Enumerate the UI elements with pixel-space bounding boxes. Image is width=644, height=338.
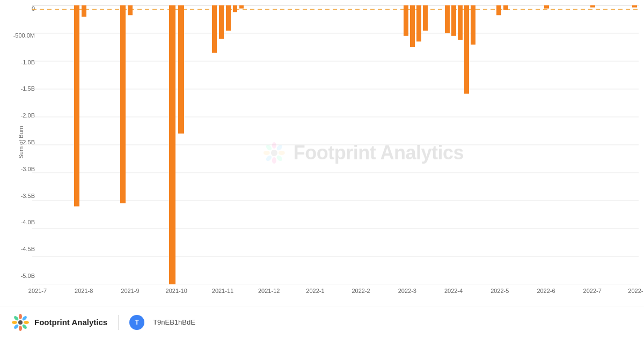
bar [74, 5, 79, 207]
x-tick: 2022-3 [398, 288, 416, 294]
footer-logo-text: Footprint Analytics [34, 318, 107, 327]
bar [169, 5, 175, 284]
bar [632, 5, 637, 8]
bar [464, 5, 469, 94]
bar [496, 5, 501, 15]
footer-user-id: T9nEB1hBdE [153, 318, 195, 326]
bar [416, 5, 421, 41]
bar [445, 5, 450, 33]
x-tick: 2021-11 [212, 288, 233, 294]
x-tick: 2021-8 [75, 288, 93, 294]
bar [178, 5, 184, 134]
svg-point-26 [19, 326, 22, 331]
x-tick: 2022-1 [306, 288, 324, 294]
chart-area: Sum of Burn 0 -500.0M -1.0B -1.5B -2.0B … [0, 0, 644, 306]
bar [82, 5, 86, 17]
footer-logo: Footprint Analytics [11, 313, 107, 332]
bar [544, 5, 549, 9]
x-tick: 2022-4 [444, 288, 463, 294]
footer-avatar: T [129, 315, 144, 330]
bar [404, 5, 408, 36]
y-tick: -500.0M [13, 32, 35, 39]
bar [212, 5, 217, 53]
bar [219, 5, 224, 39]
svg-point-23 [21, 315, 27, 321]
footer-divider [118, 315, 119, 330]
bar [120, 5, 126, 203]
x-tick: 2022-5 [491, 288, 509, 294]
chart-inner [32, 5, 639, 284]
svg-point-27 [13, 324, 19, 329]
x-tick: 2022-2 [352, 288, 370, 294]
x-tick: 2021-10 [166, 288, 187, 294]
svg-point-25 [21, 324, 27, 329]
bar [226, 5, 231, 31]
bar [590, 5, 595, 8]
bar [458, 5, 463, 40]
bar [423, 5, 428, 31]
x-tick: 2022- [628, 288, 643, 294]
x-axis: 2021-7 2021-8 2021-9 2021-10 2021-11 202… [38, 284, 639, 306]
bar [451, 5, 456, 36]
chart-svg [32, 5, 639, 284]
footer-logo-icon [11, 313, 30, 332]
footer: Footprint Analytics T T9nEB1hBdE [0, 306, 644, 338]
x-tick: 2021-9 [121, 288, 139, 294]
bar [471, 5, 475, 45]
svg-point-21 [18, 320, 23, 325]
svg-point-29 [13, 315, 19, 321]
x-tick: 2021-7 [28, 288, 47, 294]
x-tick: 2021-12 [258, 288, 280, 294]
bar [128, 5, 133, 15]
svg-point-28 [12, 321, 17, 324]
footer-avatar-letter: T [135, 319, 138, 326]
bar [503, 5, 508, 10]
svg-point-24 [24, 321, 29, 324]
x-tick: 2022-6 [537, 288, 555, 294]
svg-point-22 [19, 314, 22, 319]
bar [239, 5, 244, 9]
x-tick: 2022-7 [583, 288, 602, 294]
bar [410, 5, 415, 47]
bar [233, 5, 237, 12]
